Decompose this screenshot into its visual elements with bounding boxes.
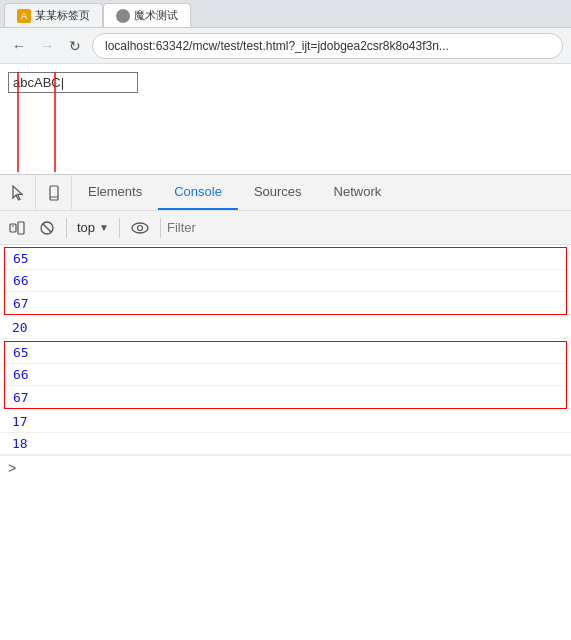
svg-line-9 <box>43 224 51 232</box>
console-line-20: 20 <box>0 317 571 339</box>
separator2 <box>119 218 120 238</box>
console-prompt: > <box>0 455 571 480</box>
tab-network-label: Network <box>334 184 382 199</box>
back-button[interactable]: ← <box>8 35 30 57</box>
context-label: top <box>77 220 95 235</box>
separator1 <box>66 218 67 238</box>
line-number: 18 <box>12 436 42 451</box>
browser-nav: ← → ↻ localhost:63342/mcw/test/test.html… <box>0 28 571 64</box>
console-line-65-g2: 65 <box>5 342 566 364</box>
dock-icon-btn[interactable] <box>4 215 30 241</box>
tab-elements[interactable]: Elements <box>72 175 158 210</box>
line-number: 20 <box>12 320 42 335</box>
mobile-icon-btn[interactable] <box>36 175 72 210</box>
svg-rect-6 <box>18 222 24 234</box>
console-line-65-g1: 65 <box>5 248 566 270</box>
mobile-icon <box>46 185 62 201</box>
output-group-1: 65 66 67 <box>4 247 567 315</box>
no-entry-icon <box>39 220 55 236</box>
browser-tabs: A 某某标签页 魔术测试 <box>0 0 571 28</box>
text-input[interactable]: abcABC| <box>8 72 138 93</box>
svg-rect-3 <box>50 186 58 200</box>
line-number: 67 <box>13 390 43 405</box>
console-line-66-g1: 66 <box>5 270 566 292</box>
line-number: 67 <box>13 296 43 311</box>
tab-2[interactable]: 魔术测试 <box>103 3 191 27</box>
cursor-icon <box>10 185 26 201</box>
tab-console[interactable]: Console <box>158 175 238 210</box>
output-group-2: 65 66 67 <box>4 341 567 409</box>
eye-icon <box>131 221 149 235</box>
console-line-67-g1: 67 <box>5 292 566 314</box>
context-selector[interactable]: top ▼ <box>73 216 113 240</box>
console-line-66-g2: 66 <box>5 364 566 386</box>
tab2-label: 魔术测试 <box>134 8 178 23</box>
console-line-67-g2: 67 <box>5 386 566 408</box>
eye-btn[interactable] <box>126 215 154 241</box>
devtools: Elements Console Sources Network <box>0 174 571 640</box>
page-area: abcABC| <box>0 64 571 174</box>
line-number: 65 <box>13 345 43 360</box>
tab-elements-label: Elements <box>88 184 142 199</box>
tab-1[interactable]: A 某某标签页 <box>4 3 103 27</box>
devtools-toolbar: Elements Console Sources Network <box>0 175 571 211</box>
forward-button[interactable]: → <box>36 35 58 57</box>
console-output: 65 66 67 20 65 66 67 17 <box>0 245 571 640</box>
console-toolbar: top ▼ <box>0 211 571 245</box>
separator3 <box>160 218 161 238</box>
cursor-icon-btn[interactable] <box>0 175 36 210</box>
console-line-17: 17 <box>0 411 571 433</box>
line-number: 66 <box>13 273 43 288</box>
tab-console-label: Console <box>174 184 222 199</box>
prompt-arrow-icon: > <box>8 460 16 476</box>
line-number: 17 <box>12 414 42 429</box>
clear-console-btn[interactable] <box>34 215 60 241</box>
filter-input[interactable] <box>167 216 567 240</box>
input-value: abcABC| <box>13 75 64 90</box>
tab1-favicon: A <box>17 9 31 23</box>
reload-button[interactable]: ↻ <box>64 35 86 57</box>
svg-rect-5 <box>10 224 16 232</box>
line-number: 66 <box>13 367 43 382</box>
dropdown-arrow-icon: ▼ <box>99 222 109 233</box>
tab1-label: 某某标签页 <box>35 8 90 23</box>
devtools-tabs: Elements Console Sources Network <box>72 175 571 210</box>
dock-icon <box>9 220 25 236</box>
address-text: localhost:63342/mcw/test/test.html?_ijt=… <box>105 39 449 53</box>
tab-sources-label: Sources <box>254 184 302 199</box>
svg-point-11 <box>137 225 142 230</box>
console-line-18: 18 <box>0 433 571 455</box>
tab2-favicon <box>116 9 130 23</box>
address-bar[interactable]: localhost:63342/mcw/test/test.html?_ijt=… <box>92 33 563 59</box>
line-number: 65 <box>13 251 43 266</box>
tab-network[interactable]: Network <box>318 175 398 210</box>
tab-sources[interactable]: Sources <box>238 175 318 210</box>
svg-point-10 <box>132 223 148 233</box>
